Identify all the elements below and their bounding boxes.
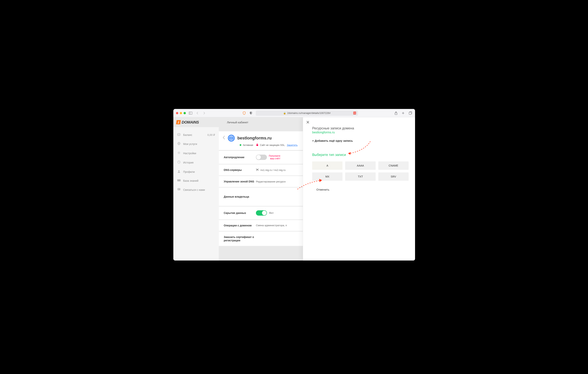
globe-icon: [177, 142, 180, 146]
svg-rect-12: [178, 189, 179, 190]
sidebar: Баланс 0,00 ₽ Мои услуги Настройки: [173, 127, 219, 260]
sidebar-item-kb[interactable]: База знаний: [173, 176, 219, 185]
card-label: Данные владельца: [224, 195, 256, 198]
user-icon: [177, 170, 180, 174]
network-icon: [256, 169, 259, 171]
sidebar-item-profiles[interactable]: Профили: [173, 167, 219, 176]
sidebar-label: База знаний: [183, 179, 198, 182]
logo[interactable]: 2 DOMAINS: [176, 120, 199, 125]
sidebar-toggle-icon[interactable]: [189, 111, 193, 115]
traffic-lights: [176, 112, 186, 114]
autorenew-toggle[interactable]: [256, 155, 267, 160]
record-type-aaaa[interactable]: AAAA: [345, 161, 376, 170]
svg-rect-11: [178, 189, 180, 189]
dns-servers: ns1.reg.ru / ns2.reg.ru: [261, 169, 286, 171]
nav-back-icon[interactable]: [195, 111, 200, 115]
choose-type-title: Выберите тип записи: [312, 153, 409, 157]
sidebar-label: Мои услуги: [183, 142, 197, 146]
record-type-cname[interactable]: CNAME: [378, 161, 409, 170]
card-label: Управление зоной DNS: [224, 180, 256, 183]
card-label: Скрытие данных: [224, 211, 256, 215]
chat-icon: [177, 188, 180, 192]
ssl-text: Сайт не защищен SSL.: [260, 144, 285, 147]
translate-icon[interactable]: 🆎: [353, 112, 356, 114]
balance-amount: 0,00 ₽: [207, 133, 215, 136]
sidebar-item-services[interactable]: Мои услуги: [173, 139, 219, 149]
url-text: 2domains.ru/manager/details/1007226#: [287, 112, 331, 114]
lock-icon: 🔒: [283, 112, 286, 114]
svg-rect-4: [409, 112, 411, 114]
svg-rect-14: [256, 145, 258, 146]
ssl-protect-link[interactable]: Защитить: [287, 144, 298, 147]
record-type-srv[interactable]: SRV: [378, 172, 409, 181]
svg-point-9: [178, 170, 179, 171]
record-type-mx[interactable]: MX: [312, 172, 343, 181]
record-type-txt[interactable]: TXT: [345, 172, 376, 181]
nav-forward-icon[interactable]: [202, 111, 206, 115]
logo-mark: 2: [176, 120, 181, 124]
address-bar[interactable]: 🔒 2domains.ru/manager/details/1007226# 🆎: [256, 110, 358, 116]
hide-status: Вкл: [269, 212, 273, 214]
book-icon: [177, 179, 180, 182]
app-frame: 2 DOMAINS Личный кабинет Баланс 0,00 ₽: [173, 117, 415, 260]
browser-window: 🔒 2domains.ru/manager/details/1007226# 🆎: [173, 109, 415, 260]
clock-icon: [177, 160, 180, 164]
status-text: Активная: [243, 144, 253, 147]
sidebar-label: Настройки: [183, 152, 196, 155]
card-label: Автопродление: [224, 156, 256, 159]
card-label: DNS-серверы: [224, 168, 256, 172]
sidebar-label: Баланс: [183, 133, 192, 136]
svg-rect-0: [189, 112, 192, 114]
gear-icon: [177, 151, 180, 155]
window-minimize[interactable]: [180, 112, 182, 114]
cabinet-title: Личный кабинет: [227, 121, 248, 124]
sidebar-item-settings[interactable]: Настройки: [173, 149, 219, 158]
browser-toolbar: 🔒 2domains.ru/manager/details/1007226# 🆎: [173, 109, 415, 117]
svg-point-7: [178, 152, 179, 153]
card-label: Операции с доменом: [224, 224, 256, 227]
window-zoom[interactable]: [184, 112, 186, 114]
status-dot-icon: [240, 144, 241, 146]
sidebar-label: Связаться с нами: [183, 188, 205, 191]
new-tab-icon[interactable]: [401, 111, 405, 115]
privacy-shield-icon[interactable]: [249, 111, 253, 115]
hide-toggle[interactable]: [256, 210, 267, 216]
svg-rect-10: [178, 188, 180, 190]
svg-point-5: [178, 133, 180, 134]
coins-icon: [177, 133, 180, 137]
sidebar-item-balance[interactable]: Баланс 0,00 ₽: [173, 130, 219, 139]
card-label: Заказать сертификат о регистрации: [224, 235, 256, 242]
topup-alert[interactable]: Пополните ваш счёт!: [269, 155, 280, 160]
logo-text: DOMAINS: [182, 120, 199, 125]
domain-globe-icon: [228, 135, 235, 141]
ssl-lock-icon: [256, 143, 258, 147]
drawer-domain: bestlongforms.ru: [312, 131, 409, 134]
record-type-grid: A AAAA CNAME MX TXT SRV: [312, 161, 409, 181]
tabs-overview-icon[interactable]: [408, 111, 412, 115]
back-chevron-icon[interactable]: [223, 136, 225, 141]
records-drawer: Ресурсные записи домена bestlongforms.ru…: [303, 117, 415, 260]
cancel-button[interactable]: Отменить: [312, 186, 334, 193]
adblock-shield-icon[interactable]: [242, 111, 246, 115]
sidebar-item-contact[interactable]: Связаться с нами: [173, 185, 219, 194]
close-icon[interactable]: [306, 120, 310, 125]
record-type-a[interactable]: A: [312, 161, 343, 170]
window-close[interactable]: [176, 112, 178, 114]
share-icon[interactable]: [394, 111, 398, 115]
sidebar-label: Профили: [183, 170, 195, 173]
domain-name: bestlongforms.ru: [237, 136, 272, 140]
sidebar-label: История: [183, 161, 193, 164]
drawer-title: Ресурсные записи домена: [312, 126, 409, 130]
sidebar-item-history[interactable]: История: [173, 158, 219, 167]
add-record-link[interactable]: + Добавить ещё одну запись: [312, 139, 353, 142]
